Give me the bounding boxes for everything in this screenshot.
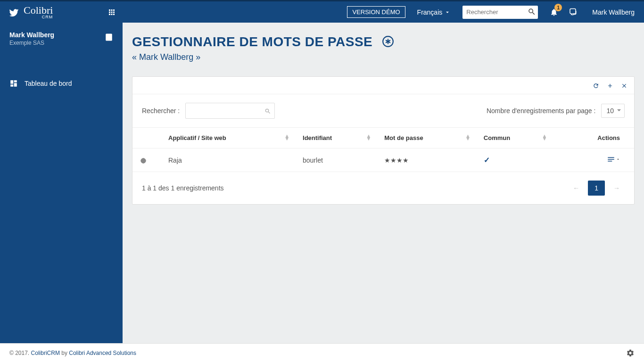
add-button[interactable] <box>607 82 613 89</box>
sidebar-user-company: Exemple SAS <box>9 40 113 46</box>
svg-point-1 <box>108 36 110 38</box>
pagination: ← 1 → <box>568 181 625 196</box>
current-user-menu[interactable]: Mark Wallberg <box>592 8 635 16</box>
page-size-select[interactable]: 10 <box>601 104 625 118</box>
bird-icon <box>9 7 20 17</box>
check-icon: ✓ <box>484 156 490 164</box>
footer-link-colibri[interactable]: ColibriCRM <box>31 350 60 356</box>
footer-link-solutions[interactable]: Colibri Advanced Solutions <box>69 350 136 356</box>
sidebar-user-block[interactable]: Mark Wallberg Exemple SAS <box>0 23 123 55</box>
main-content: GESTIONNAIRE DE MOTS DE PASSE « Mark Wal… <box>123 23 644 343</box>
sort-icon: ▲▼ <box>465 134 471 140</box>
footer-text: © 2017. ColibriCRM by Colibri Advanced S… <box>9 350 136 356</box>
top-header: Colibri CRM VERSION DÉMO Français 1 Mark… <box>0 0 644 23</box>
col-common[interactable]: Commun▲▼ <box>476 128 553 148</box>
col-identifier[interactable]: Identifiant▲▼ <box>295 128 377 148</box>
search-input[interactable] <box>462 6 538 19</box>
page-title-row: GESTIONNAIRE DE MOTS DE PASSE <box>132 34 635 49</box>
col-app[interactable]: Applicatif / Site web▲▼ <box>161 128 295 148</box>
search-button[interactable] <box>528 8 536 16</box>
brand-sub: CRM <box>24 15 53 19</box>
filter-search-label: Rechercher : <box>142 107 180 115</box>
brand-name: Colibri <box>24 5 53 16</box>
page-subtitle: « Mark Wallberg » <box>132 52 635 62</box>
page-current[interactable]: 1 <box>588 181 605 196</box>
brand-logo[interactable]: Colibri CRM <box>9 5 104 19</box>
demo-badge: VERSION DÉMO <box>347 6 405 18</box>
row-actions-menu[interactable] <box>607 155 620 164</box>
contact-card-icon[interactable] <box>105 33 113 41</box>
search-icon <box>528 8 536 16</box>
list-icon <box>607 155 615 164</box>
apps-grid-icon[interactable] <box>107 8 116 16</box>
sidebar-item-dashboard[interactable]: Tableau de bord <box>0 74 123 93</box>
table-row: Raja bourlet ★★★★ ✓ <box>132 148 634 172</box>
cell-password: ★★★★ <box>377 148 476 172</box>
table-search-input[interactable] <box>185 103 275 119</box>
search-icon <box>264 107 271 114</box>
dashboard-icon <box>9 79 18 88</box>
gear-icon <box>626 349 635 357</box>
globe-icon <box>140 156 147 164</box>
chat-button[interactable] <box>569 8 577 16</box>
chat-icon <box>569 8 577 16</box>
sort-icon: ▲▼ <box>366 134 371 140</box>
page-prev[interactable]: ← <box>568 181 584 195</box>
card-footer: 1 à 1 des 1 enregistrements ← 1 → <box>132 172 634 204</box>
col-password[interactable]: Mot de passe▲▼ <box>377 128 476 148</box>
passwords-card: Rechercher : Nombre d'enregistrements pa… <box>132 76 635 205</box>
page-next[interactable]: → <box>609 181 625 195</box>
card-toolbar <box>132 77 634 94</box>
records-info: 1 à 1 des 1 enregistrements <box>142 184 224 192</box>
passwords-table: Applicatif / Site web▲▼ Identifiant▲▼ Mo… <box>132 128 634 172</box>
refresh-icon <box>593 82 599 89</box>
chevron-down-icon <box>444 9 451 16</box>
notifications-button[interactable]: 1 <box>550 8 558 16</box>
asterisk-circle-icon[interactable] <box>382 35 394 49</box>
notification-badge: 1 <box>554 4 562 11</box>
col-actions: Actions <box>553 128 635 148</box>
page-size-value: 10 <box>606 107 614 115</box>
chevron-down-icon <box>616 157 620 161</box>
cell-identifier: bourlet <box>295 148 377 172</box>
sort-icon: ▲▼ <box>284 134 289 140</box>
sidebar-nav: Tableau de bord <box>0 74 123 93</box>
page-size-label: Nombre d'enregistrements par page : <box>487 107 595 115</box>
plus-icon <box>607 82 613 89</box>
footer: © 2017. ColibriCRM by Colibri Advanced S… <box>0 343 644 362</box>
language-label: Français <box>417 8 443 16</box>
global-search <box>462 6 538 19</box>
settings-button[interactable] <box>626 349 635 357</box>
sidebar: Mark Wallberg Exemple SAS Tableau de bor… <box>0 23 123 343</box>
close-icon <box>621 82 627 89</box>
sidebar-user-name: Mark Wallberg <box>9 31 113 39</box>
card-filter-bar: Rechercher : Nombre d'enregistrements pa… <box>132 94 634 128</box>
sidebar-item-label: Tableau de bord <box>25 80 72 87</box>
page-title: GESTIONNAIRE DE MOTS DE PASSE <box>132 34 372 49</box>
close-button[interactable] <box>621 82 627 89</box>
cell-app: Raja <box>161 148 295 172</box>
sort-icon: ▲▼ <box>542 134 547 140</box>
language-selector[interactable]: Français <box>417 8 451 16</box>
refresh-button[interactable] <box>593 82 599 89</box>
